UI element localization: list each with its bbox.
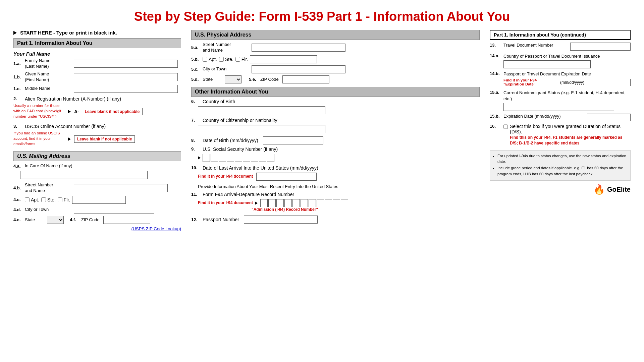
a-number-section: 2. Alien Registration Number (A-Number) … (13, 96, 181, 120)
ssn-box-4[interactable] (227, 154, 234, 162)
ssn-box-6[interactable] (243, 154, 250, 162)
given-name-input[interactable] (74, 73, 178, 81)
ste-checkbox-label[interactable]: Ste. (41, 197, 56, 202)
uscis-blank-btn[interactable]: Leave blank if not applicable (74, 135, 135, 143)
phys-flr-checkbox[interactable] (235, 57, 240, 62)
flr-checkbox[interactable] (58, 197, 62, 202)
phys-flr-text: Flr. (241, 57, 248, 62)
phys-apt-label[interactable]: Apt. (203, 57, 217, 62)
i94-box-7[interactable] (309, 199, 316, 207)
country-birth-input[interactable] (198, 106, 325, 114)
in-care-of-input[interactable] (20, 171, 148, 179)
i94-box-4[interactable] (284, 199, 292, 207)
field-16-label: Select this box if you were granted Dura… (510, 124, 621, 134)
field-6-input-row (198, 106, 480, 114)
physical-zip-input[interactable] (282, 75, 329, 83)
zip-lookup-link[interactable]: (USPS ZIP Code Lookup) (131, 226, 181, 231)
full-name-section: Your Full Name 1.a. Family Name(Last Nam… (13, 51, 181, 93)
continued-text: (continued) (560, 32, 586, 38)
passport-number-input[interactable] (244, 216, 318, 224)
field-15b-num: 15.b. (490, 114, 501, 119)
ssn-box-7[interactable] (251, 154, 258, 162)
field-5a-row: 5.a. Street Numberand Name (191, 42, 480, 53)
phys-apt-checkbox[interactable] (203, 57, 207, 62)
field-1c-num: 1.c. (13, 86, 23, 91)
phys-flr-label[interactable]: Flr. (235, 57, 248, 62)
field-2-num: 2. (13, 96, 23, 101)
field-6-row: 6. Country of Birth (191, 99, 480, 104)
field-11-section: 11. Form I-94 Arrival-Departure Record N… (191, 192, 480, 213)
ssn-box-3[interactable] (219, 154, 226, 162)
i94-box-11[interactable] (341, 199, 348, 207)
phys-ste-checkbox[interactable] (219, 57, 224, 62)
field-4d-label: City or Town (25, 207, 72, 213)
ssn-box-1[interactable] (203, 154, 210, 162)
i94-box-8[interactable] (317, 199, 324, 207)
field-11-find: Find it in your I-94 document (198, 200, 253, 206)
mailing-zip-input[interactable] (103, 216, 150, 224)
i94-box-6[interactable] (301, 199, 308, 207)
ssn-box-8[interactable] (259, 154, 266, 162)
left-column: START HERE - Type or print in black ink.… (13, 30, 181, 231)
field-6-section: 6. Country of Birth (191, 99, 480, 114)
physical-state-select[interactable] (225, 75, 241, 83)
dos-checkbox[interactable] (503, 124, 508, 129)
field-7-row: 7. Country of Citizenship or Nationality (191, 118, 480, 123)
a-number-blank-btn[interactable]: Leave blank if not applicable (82, 108, 143, 115)
apt-number-input[interactable] (72, 196, 126, 204)
last-arrival-input[interactable] (256, 173, 317, 181)
phys-apt-number-input[interactable] (250, 55, 317, 63)
field-13-num: 13. (490, 43, 501, 48)
ssn-box-2[interactable] (211, 154, 218, 162)
i94-box-2[interactable] (268, 199, 276, 207)
physical-street-input[interactable] (252, 44, 345, 52)
mailing-state-select[interactable] (47, 216, 64, 224)
field-1c-row: 1.c. Middle Name (13, 85, 181, 93)
field-14b-note: Find it in your I-94 "Expiration Date" (503, 78, 557, 86)
ste-label: Ste. (47, 197, 56, 202)
middle-column: U.S. Physical Address 5.a. Street Number… (181, 30, 490, 231)
field-8-label: Date of Birth (mm/dd/yyyy) (203, 138, 258, 143)
flr-checkbox-label[interactable]: Flr. (58, 197, 70, 202)
field-9-label: U.S. Social Security Number (if any) (203, 146, 278, 152)
ssn-box-9[interactable] (267, 154, 274, 162)
status-expiry-input[interactable] (587, 114, 631, 121)
flr-label: Flr. (64, 197, 70, 202)
passport-expiry-input[interactable] (587, 79, 631, 86)
i94-box-1[interactable] (260, 199, 268, 207)
mailing-city-input[interactable] (74, 206, 154, 214)
field-9-row: 9. U.S. Social Security Number (if any) (191, 146, 480, 152)
i94-box-9[interactable] (325, 199, 332, 207)
a-number-row: Usually a number for those with an EAD c… (13, 103, 181, 120)
apt-checkbox-label[interactable]: Apt. (25, 197, 39, 202)
apt-checkbox[interactable] (25, 197, 30, 202)
phys-ste-label[interactable]: Ste. (219, 57, 233, 62)
field-15b-row: 15.b. Expiration Date (mm/dd/yyyy) (490, 114, 631, 121)
field-4b-row: 4.b. Street Numberand Name (13, 182, 181, 194)
mailing-street-input[interactable] (74, 184, 168, 192)
field-1b-row: 1.b. Given Name(First Name) (13, 71, 181, 83)
family-name-input[interactable] (74, 60, 178, 68)
part1-header: Part 1. Information About You (13, 38, 181, 48)
field-3-num: 3. (13, 124, 23, 129)
field-7-input-row (198, 125, 480, 133)
middle-name-input[interactable] (74, 85, 178, 93)
field-7-label: Country of Citizenship or Nationality (203, 118, 277, 123)
field-14a-content: Country of Passport or Travel Document I… (503, 53, 631, 68)
physical-city-input[interactable] (252, 65, 345, 73)
field-4a-section: 4.a. In Care Of Name (if any) (13, 163, 181, 179)
i94-box-3[interactable] (276, 199, 284, 207)
nonimmigrant-status-input[interactable] (503, 103, 614, 111)
travel-doc-number-input[interactable] (570, 43, 631, 51)
ste-checkbox[interactable] (41, 197, 46, 202)
field-15a-row: 15.a. Current Nonimmigrant Status (e.g. … (490, 90, 631, 111)
dob-input[interactable] (263, 136, 323, 144)
field-5a-label: Street Numberand Name (203, 42, 250, 53)
i94-box-10[interactable] (333, 199, 340, 207)
field-14b-format: (mm/dd/yyyy) (560, 80, 584, 85)
ssn-box-5[interactable] (235, 154, 242, 162)
i94-box-5[interactable] (292, 199, 300, 207)
field-5c-row: 5.c. City or Town (191, 65, 480, 73)
citizenship-input[interactable] (198, 125, 325, 133)
passport-country-input[interactable] (503, 60, 591, 68)
